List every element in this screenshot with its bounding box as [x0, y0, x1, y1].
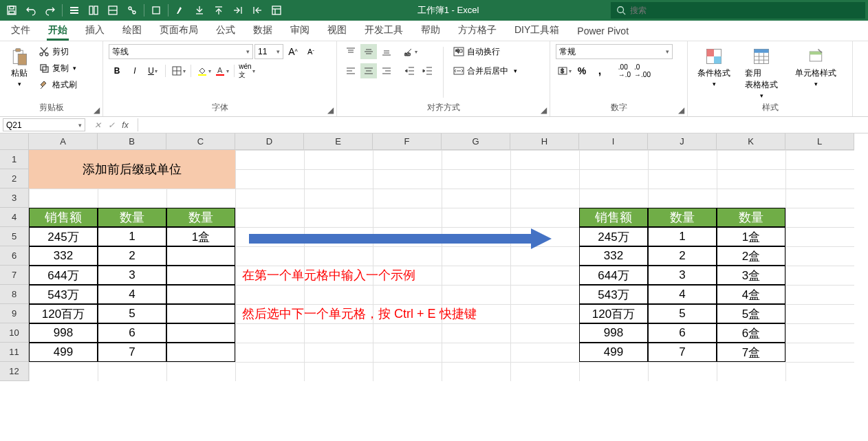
tab-pivot[interactable]: Power Pivot [576, 21, 630, 41]
tab-review[interactable]: 审阅 [289, 20, 311, 41]
table-cell[interactable]: 644万 [579, 266, 648, 285]
table-cell[interactable]: 120百万 [29, 304, 98, 323]
table-cell[interactable]: 6 [98, 323, 166, 343]
increase-font-icon[interactable]: A^ [285, 44, 301, 59]
decrease-font-icon[interactable]: Aˇ [303, 44, 319, 59]
table-cell[interactable]: 4盒 [717, 285, 785, 304]
align-right-icon[interactable] [378, 63, 395, 78]
indent-increase-icon[interactable] [420, 63, 436, 78]
row-header[interactable]: 11 [0, 343, 29, 362]
qat-icon[interactable] [268, 1, 285, 19]
tab-layout[interactable]: 页面布局 [158, 20, 199, 41]
orientation-icon[interactable]: ab▾ [402, 44, 418, 59]
table-cell[interactable]: 7 [648, 343, 717, 362]
table-cell[interactable]: 4 [98, 285, 166, 304]
table-cell[interactable]: 332 [29, 246, 98, 266]
table-header[interactable]: 数量 [717, 208, 785, 227]
percent-icon[interactable]: % [574, 63, 590, 78]
tab-diy[interactable]: DIY工具箱 [513, 20, 561, 41]
qat-icon[interactable] [147, 1, 165, 19]
row-header[interactable]: 12 [0, 362, 29, 381]
table-cell[interactable]: 120百万 [579, 304, 648, 323]
row-header[interactable]: 10 [0, 323, 29, 343]
table-cell[interactable]: 543万 [579, 285, 648, 304]
row-header[interactable]: 7 [0, 266, 29, 285]
column-header[interactable]: D [235, 133, 304, 150]
column-header[interactable]: B [98, 133, 166, 150]
qat-icon[interactable] [104, 1, 122, 19]
table-cell[interactable]: 1盒 [717, 227, 785, 246]
merge-center-button[interactable]: 合并后居中▾ [451, 63, 520, 78]
column-header[interactable]: E [304, 133, 373, 150]
align-top-icon[interactable] [343, 44, 359, 59]
font-name-select[interactable]: 等线▾ [109, 44, 253, 59]
align-bottom-icon[interactable] [378, 44, 395, 59]
table-cell[interactable]: 5 [648, 304, 717, 323]
font-size-select[interactable]: 11▾ [254, 44, 283, 59]
search-box[interactable] [611, 2, 865, 19]
table-cell[interactable] [166, 304, 235, 323]
name-box[interactable]: Q21▾ [3, 118, 85, 131]
enter-icon[interactable]: ✓ [105, 120, 118, 130]
align-left-icon[interactable] [343, 63, 359, 78]
table-cell[interactable] [166, 343, 235, 362]
cancel-icon[interactable]: ✕ [91, 120, 105, 130]
increase-decimal-icon[interactable]: .00→.0 [616, 63, 633, 78]
column-header[interactable]: L [785, 133, 854, 150]
indent-decrease-icon[interactable] [402, 63, 418, 78]
row-header[interactable]: 6 [0, 246, 29, 266]
note-text[interactable]: 在第一个单元格中输入一个示例 [235, 266, 579, 285]
table-cell[interactable]: 499 [579, 343, 648, 362]
table-cell[interactable] [166, 323, 235, 343]
table-cell[interactable]: 644万 [29, 266, 98, 285]
column-header[interactable]: H [510, 133, 579, 150]
row-header[interactable]: 4 [0, 208, 29, 227]
table-cell[interactable]: 499 [29, 343, 98, 362]
table-cell[interactable]: 245万 [579, 227, 648, 246]
table-cell[interactable] [166, 246, 235, 266]
table-cell[interactable]: 543万 [29, 285, 98, 304]
formula-input[interactable] [138, 117, 868, 133]
dialog-launcher-icon[interactable]: ◢ [676, 105, 686, 115]
undo-icon[interactable] [22, 1, 40, 19]
table-cell[interactable]: 2盒 [717, 246, 785, 266]
tab-dev[interactable]: 开发工具 [363, 20, 404, 41]
dialog-launcher-icon[interactable]: ◢ [539, 105, 548, 115]
table-cell[interactable]: 5 [98, 304, 166, 323]
note-text[interactable]: 然后选中下一个单元格，按 Ctrl + E 快捷键 [235, 304, 579, 323]
column-header[interactable]: K [717, 133, 785, 150]
painter-button[interactable]: 格式刷 [36, 77, 80, 92]
copy-button[interactable]: 复制▾ [36, 61, 80, 76]
row-header[interactable]: 2 [0, 169, 29, 189]
table-header[interactable]: 数量 [98, 208, 166, 227]
save-icon[interactable] [3, 1, 21, 19]
tab-view[interactable]: 视图 [326, 20, 348, 41]
italic-icon[interactable]: I [127, 63, 143, 78]
qat-icon[interactable] [191, 1, 208, 19]
table-cell[interactable]: 7 [98, 343, 166, 362]
table-cell[interactable]: 1 [648, 227, 717, 246]
align-center-icon[interactable] [360, 63, 377, 78]
tab-ffgz[interactable]: 方方格子 [457, 20, 498, 41]
dialog-launcher-icon[interactable]: ◢ [91, 105, 101, 115]
accounting-icon[interactable]: $▾ [556, 63, 572, 78]
dialog-launcher-icon[interactable]: ◢ [325, 105, 335, 115]
table-cell[interactable]: 998 [29, 323, 98, 343]
table-header[interactable]: 数量 [166, 208, 235, 227]
tab-data[interactable]: 数据 [252, 20, 274, 41]
tab-home[interactable]: 开始 [47, 20, 69, 41]
align-middle-icon[interactable] [360, 44, 377, 59]
qat-icon[interactable] [123, 1, 141, 19]
row-header[interactable]: 3 [0, 189, 29, 208]
column-header[interactable]: I [579, 133, 648, 150]
tab-file[interactable]: 文件 [10, 20, 32, 41]
table-cell[interactable]: 1 [98, 227, 166, 246]
table-cell[interactable]: 3盒 [717, 266, 785, 285]
fill-color-icon[interactable]: ▾ [195, 63, 212, 78]
column-header[interactable]: J [648, 133, 717, 150]
table-header[interactable]: 销售额 [579, 208, 648, 227]
qat-icon[interactable] [229, 1, 247, 19]
table-cell[interactable]: 998 [579, 323, 648, 343]
phonetic-icon[interactable]: wén文▾ [239, 63, 255, 78]
table-cell[interactable]: 1盒 [166, 227, 235, 246]
